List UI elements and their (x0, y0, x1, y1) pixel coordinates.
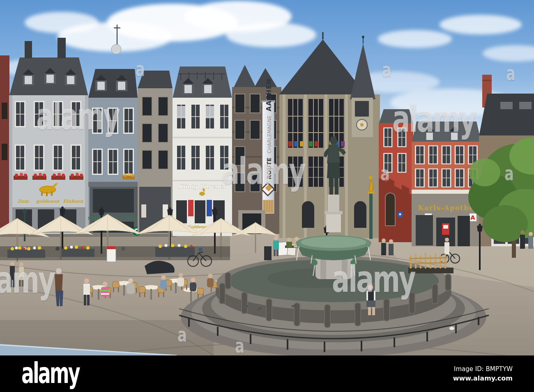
scene: Zum goldenen Einhorn STARBUCKS COFFEE (0, 0, 534, 355)
aachen-market-square-photo: Zum goldenen Einhorn STARBUCKS COFFEE (0, 0, 534, 355)
building-unicorn-house: Zum goldenen Einhorn (9, 38, 88, 234)
apotheke-a-sign-right: A (470, 213, 476, 221)
menu-board (107, 246, 116, 262)
white-pigeon (449, 327, 454, 330)
footer-info: Image ID: BMPTYW www.alamy.com (453, 364, 513, 383)
sign-einhorn-word3: Einhorn (63, 199, 84, 204)
alamy-footer-bar: alamy Image ID: BMPTYW www.alamy.com (0, 355, 534, 392)
sign-einhorn-word1: Zum (17, 199, 29, 204)
building-swan-house: König Pilsener Zum Goldenen Schwan (173, 66, 232, 236)
building-banner-house: ROUTE CHARLEMAGNE AACHEN (232, 65, 281, 234)
alamy-logo: alamy (21, 356, 79, 390)
stock-photo-page: Zum goldenen Einhorn STARBUCKS COFFEE (0, 0, 534, 392)
image-id-text: Image ID: BMPTYW (453, 364, 513, 374)
sign-einhorn-word2: goldenen (36, 199, 60, 204)
website-url-text: www.alamy.com (453, 374, 513, 383)
svg-text:A: A (471, 214, 475, 221)
building-left-sliver (0, 55, 9, 232)
